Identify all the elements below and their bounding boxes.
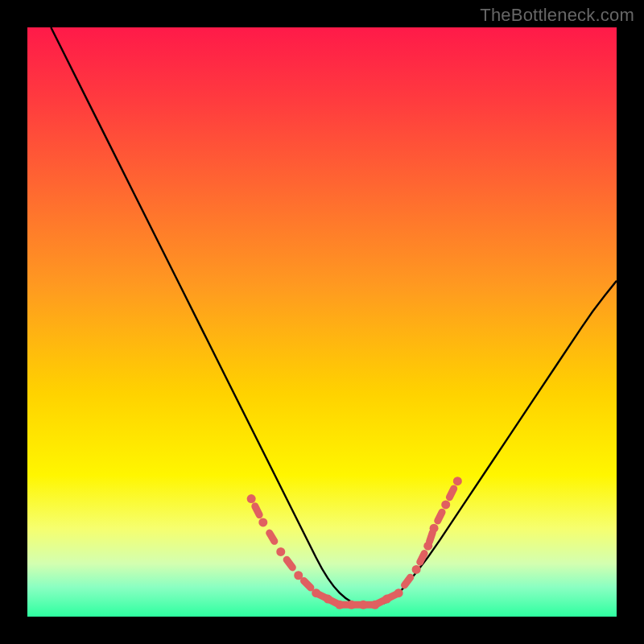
highlight-dot (347, 601, 356, 609)
watermark-text: TheBottleneck.com (480, 5, 634, 26)
highlight-dash (420, 553, 424, 562)
highlight-dot (359, 601, 368, 609)
bottleneck-curve (51, 27, 617, 605)
highlight-dot (441, 500, 450, 509)
highlight-dot (370, 601, 379, 609)
highlight-dot (324, 595, 332, 604)
highlight-dash (287, 559, 292, 568)
highlight-dash (303, 580, 310, 587)
highlight-dots (247, 477, 462, 609)
highlight-dot (247, 494, 256, 503)
highlight-dot (394, 588, 403, 597)
highlight-dot (276, 547, 285, 556)
highlight-dot (430, 524, 439, 533)
highlight-dot (258, 518, 267, 526)
highlight-dot (294, 571, 303, 580)
highlight-dot (335, 601, 344, 609)
highlight-dot (453, 477, 462, 485)
plot-area (27, 27, 617, 617)
bottleneck-curve-svg (27, 27, 617, 617)
highlight-dot (412, 565, 421, 574)
highlight-dot (382, 595, 391, 604)
highlight-dash (255, 506, 259, 515)
highlight-dot (312, 588, 320, 597)
highlight-dash (430, 532, 433, 541)
highlight-dash (270, 533, 275, 541)
highlight-dash (449, 489, 453, 497)
highlight-dash (438, 512, 442, 521)
highlight-dash (405, 577, 411, 585)
highlight-dot (423, 542, 432, 551)
chart-stage: TheBottleneck.com (0, 0, 644, 644)
